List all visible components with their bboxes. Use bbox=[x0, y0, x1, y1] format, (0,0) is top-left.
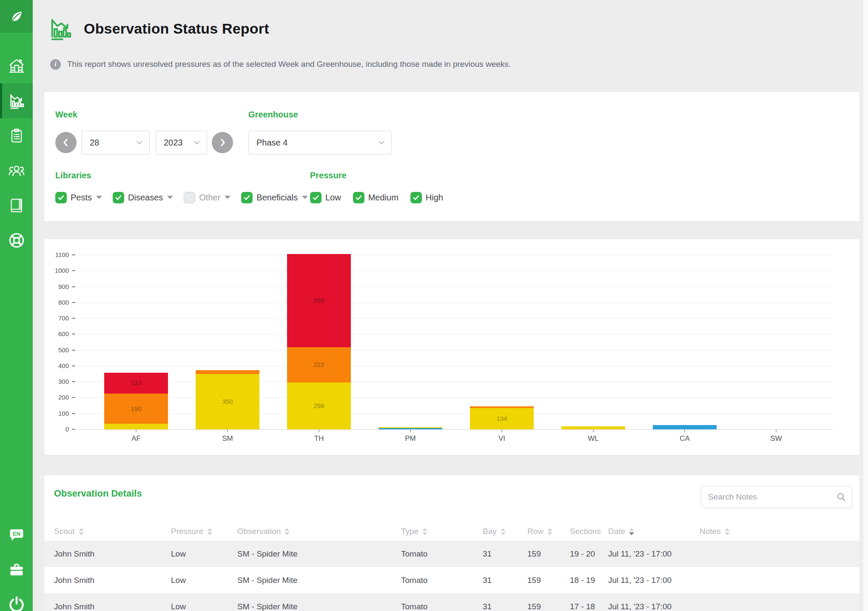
unchecked-checkbox-icon bbox=[184, 192, 195, 203]
checkbox-pests[interactable]: Pests bbox=[55, 192, 102, 203]
bar-segment-low-pm bbox=[379, 427, 442, 428]
checked-checkbox-icon bbox=[310, 192, 322, 203]
column-header-observation[interactable]: Observation bbox=[237, 527, 401, 536]
checkbox-other[interactable]: Other bbox=[184, 192, 231, 203]
search-notes-input[interactable] bbox=[708, 492, 837, 502]
column-header-bay[interactable]: Bay bbox=[483, 527, 527, 536]
cell-observation: SM - Spider Mite bbox=[237, 549, 401, 559]
sidebar-bottom: EN bbox=[0, 517, 33, 611]
y-axis-label: 600 bbox=[44, 330, 69, 337]
x-axis-label-af: AF bbox=[104, 434, 168, 443]
cell-sections: 19 - 20 bbox=[570, 549, 608, 559]
week-select[interactable]: 28 bbox=[82, 131, 150, 154]
sidebar-item-greenhouses[interactable] bbox=[0, 49, 33, 83]
caret-down-icon[interactable] bbox=[225, 196, 231, 199]
cell-row: 159 bbox=[527, 602, 570, 611]
column-label: Pressure bbox=[171, 527, 203, 536]
column-label: Bay bbox=[483, 527, 497, 536]
column-header-type[interactable]: Type bbox=[401, 527, 483, 536]
y-axis-label: 100 bbox=[44, 410, 69, 417]
sort-arrows-icon[interactable] bbox=[501, 528, 506, 535]
x-axis-tick bbox=[227, 430, 228, 432]
cell-row: 159 bbox=[527, 576, 570, 585]
observation-details-panel: Observation Details ScoutPressureObserva… bbox=[44, 475, 859, 611]
bar-value-label: 190 bbox=[104, 405, 168, 412]
y-axis-label: 0 bbox=[44, 425, 69, 433]
filter-panel: Week 28 2023 bbox=[44, 92, 859, 221]
sort-arrows-icon[interactable] bbox=[422, 528, 427, 535]
cell-pressure: Low bbox=[171, 576, 237, 585]
sort-arrows-icon[interactable] bbox=[79, 528, 84, 535]
caret-down-icon[interactable] bbox=[167, 196, 173, 199]
previous-week-button[interactable] bbox=[55, 132, 77, 153]
sidebar-item-support[interactable] bbox=[0, 223, 33, 258]
x-axis-label-th: TH bbox=[287, 434, 351, 443]
checkbox-beneficials[interactable]: Beneficials bbox=[241, 192, 308, 203]
cell-scout: John Smith bbox=[54, 576, 171, 585]
x-axis-label-sm: SM bbox=[196, 434, 259, 443]
y-axis-label: 800 bbox=[44, 299, 69, 306]
caret-down-icon[interactable] bbox=[96, 196, 102, 199]
column-label: Type bbox=[401, 527, 418, 536]
sort-arrows-icon[interactable] bbox=[547, 528, 552, 535]
y-axis-tick bbox=[72, 334, 75, 334]
column-header-scout[interactable]: Scout bbox=[54, 527, 171, 536]
libraries-options: PestsDiseasesOtherBeneficials bbox=[55, 191, 310, 203]
sidebar-item-users[interactable] bbox=[0, 153, 33, 188]
year-select[interactable]: 2023 bbox=[156, 131, 207, 154]
logout-button[interactable] bbox=[0, 587, 33, 611]
y-axis-label: 200 bbox=[44, 394, 69, 401]
page-header: Observation Status Report bbox=[44, 15, 859, 42]
sidebar-item-library[interactable] bbox=[0, 188, 33, 223]
checkbox-diseases[interactable]: Diseases bbox=[113, 192, 173, 203]
checkbox-medium[interactable]: Medium bbox=[353, 192, 398, 203]
sidebar-item-scouting[interactable] bbox=[0, 118, 33, 153]
clipboard-icon bbox=[9, 128, 25, 144]
checkbox-label: Beneficials bbox=[256, 193, 298, 203]
next-week-button[interactable] bbox=[212, 132, 233, 153]
checkbox-high[interactable]: High bbox=[410, 192, 443, 203]
cell-row: 159 bbox=[527, 549, 570, 559]
x-axis-tick bbox=[593, 430, 594, 432]
x-axis-label-wl: WL bbox=[561, 434, 625, 443]
sort-arrows-icon[interactable] bbox=[207, 528, 212, 535]
scrollbar[interactable] bbox=[863, 0, 868, 611]
chevron-down-icon bbox=[194, 141, 200, 145]
checkbox-low[interactable]: Low bbox=[310, 192, 341, 203]
table-body: John SmithLowSM - Spider MiteTomato31159… bbox=[44, 541, 859, 611]
briefcase-icon bbox=[8, 561, 25, 578]
column-label: Date bbox=[608, 527, 625, 536]
year-select-value: 2023 bbox=[164, 138, 183, 148]
sidebar-item-reports[interactable] bbox=[0, 83, 33, 118]
greenhouse-select-value: Phase 4 bbox=[256, 138, 287, 148]
bar-value-label: 350 bbox=[196, 398, 259, 405]
toolbox-button[interactable] bbox=[0, 552, 33, 587]
sort-arrows-icon[interactable] bbox=[629, 528, 634, 535]
gridline bbox=[77, 366, 833, 366]
x-axis-tick bbox=[776, 430, 777, 432]
sort-arrows-icon[interactable] bbox=[725, 528, 730, 535]
info-banner: i This report shows unresolved pressures… bbox=[44, 59, 859, 70]
column-header-row[interactable]: Row bbox=[527, 527, 570, 536]
chevron-right-icon bbox=[217, 137, 228, 148]
column-header-notes[interactable]: Notes bbox=[700, 527, 859, 536]
checked-checkbox-icon bbox=[55, 192, 67, 203]
search-icon[interactable] bbox=[837, 492, 846, 502]
y-axis-tick bbox=[72, 429, 75, 430]
checkbox-label: Medium bbox=[368, 193, 398, 203]
caret-down-icon[interactable] bbox=[302, 196, 308, 199]
cell-scout: John Smith bbox=[54, 549, 171, 559]
y-axis-tick bbox=[72, 413, 75, 414]
cell-scout: John Smith bbox=[54, 602, 171, 611]
sort-arrows-icon[interactable] bbox=[285, 528, 290, 535]
bar-segment-low-wl bbox=[561, 426, 625, 429]
app-logo[interactable] bbox=[0, 0, 33, 33]
gridline bbox=[77, 287, 833, 287]
gridline bbox=[77, 271, 833, 271]
pressure-filter: Pressure LowMediumHigh bbox=[310, 171, 443, 203]
greenhouse-select[interactable]: Phase 4 bbox=[248, 131, 392, 154]
column-header-pressure[interactable]: Pressure bbox=[171, 527, 237, 536]
column-header-date[interactable]: Date bbox=[608, 527, 700, 536]
chevron-down-icon bbox=[137, 141, 142, 145]
language-selector[interactable]: EN bbox=[0, 517, 33, 552]
